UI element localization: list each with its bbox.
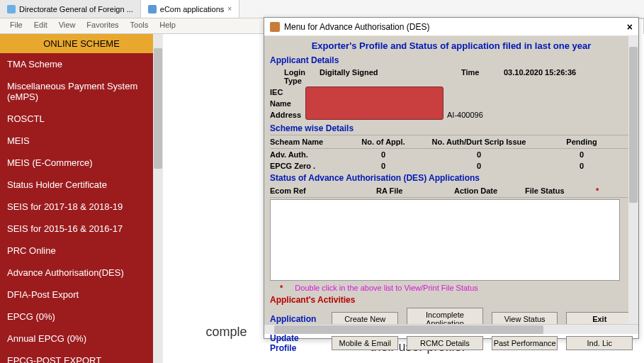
sidebar-item-rosctl[interactable]: ROSCTL	[0, 108, 163, 130]
ind-lic-button[interactable]: Ind. Lic	[566, 336, 633, 350]
past-performance-button[interactable]: Past Performance	[492, 336, 558, 350]
menu-help[interactable]: Help	[154, 18, 181, 33]
sidebar-item-seis-1718[interactable]: SEIS for 2017-18 & 2018-19	[0, 196, 163, 218]
time-value: 03.10.2020 15:26:36	[504, 68, 576, 85]
status-table-header: Ecom Ref RA File Action Date File Status…	[270, 184, 633, 198]
address-label: Address	[270, 111, 305, 119]
sidebar-item-status-holder[interactable]: Status Holder Certificate	[0, 174, 163, 196]
mobile-email-button[interactable]: Mobile & Email	[332, 336, 398, 350]
hint-row: * Double click in the above list to View…	[270, 282, 633, 294]
sidebar-item-emps[interactable]: Miscellaneous Payment System (eMPS)	[0, 75, 163, 108]
section-scheme-wise: Scheme wise Details	[270, 122, 633, 135]
close-icon[interactable]: ×	[227, 5, 232, 13]
redacted-block	[305, 86, 444, 120]
sidebar-item-advance-auth[interactable]: Advance Authorisation(DES)	[0, 262, 163, 284]
rcmc-button[interactable]: RCMC Details	[407, 336, 483, 350]
application-label: Application	[270, 314, 323, 324]
sidebar: ONLINE SCHEME TMA Scheme Miscellaneous P…	[0, 34, 163, 363]
menu-edit[interactable]: Edit	[28, 18, 53, 33]
dialog-scrollbar-v[interactable]	[628, 36, 638, 324]
scheme-row: Adv. Auth. 0 0 0	[270, 149, 633, 160]
sidebar-header: ONLINE SCHEME	[0, 34, 163, 53]
section-status: Status of Advance Authorisation (DES) Ap…	[270, 172, 633, 184]
browser-tab-1[interactable]: Directorate General of Foreign ...	[0, 0, 141, 18]
java-icon	[270, 22, 280, 32]
menu-view[interactable]: View	[53, 18, 81, 33]
dialog-advance-authorisation: Menu for Advance Authorisation (DES) × E…	[264, 17, 639, 339]
name-label: Name	[270, 99, 305, 108]
sidebar-item-prc[interactable]: PRC Online	[0, 240, 163, 262]
tab-label: eCom applications	[160, 5, 225, 13]
dialog-title: Menu for Advance Authorisation (DES)	[284, 22, 429, 32]
section-activities: Applicant's Activities	[270, 294, 633, 306]
sidebar-item-dfia[interactable]: DFIA-Post Export	[0, 284, 163, 306]
login-type-label: Login Type	[270, 68, 320, 85]
time-label: Time	[461, 68, 504, 85]
sidebar-item-epcg[interactable]: EPCG (0%)	[0, 306, 163, 328]
favicon	[7, 5, 16, 13]
scheme-table-header: Scheam Name No. of Appl. No. Auth/Durt S…	[270, 135, 633, 149]
scheme-row: EPCG Zero . 0 0 0	[270, 160, 633, 172]
menu-file[interactable]: File	[4, 18, 28, 33]
menu-tools[interactable]: Tools	[125, 18, 154, 33]
page-heading: Exporter's Profile and Status of applica…	[270, 39, 633, 54]
favicon	[148, 5, 157, 13]
sidebar-item-tma[interactable]: TMA Scheme	[0, 53, 163, 75]
menu-favorites[interactable]: Favorites	[81, 18, 124, 33]
sidebar-item-annual-epcg[interactable]: Annual EPCG (0%)	[0, 328, 163, 350]
dialog-titlebar: Menu for Advance Authorisation (DES) ×	[264, 18, 638, 36]
browser-tab-2[interactable]: eCom applications ×	[141, 0, 239, 18]
dialog-scrollbar-h[interactable]	[264, 324, 638, 334]
dialog-body: Exporter's Profile and Status of applica…	[264, 36, 638, 324]
sidebar-item-seis-1516[interactable]: SEIS for 2015-16 & 2016-17	[0, 218, 163, 240]
address-tail: AI-400096	[447, 111, 483, 119]
close-icon[interactable]: ×	[627, 21, 633, 33]
login-type-value: Digitally Signed	[320, 68, 461, 85]
sidebar-item-meis-ecom[interactable]: MEIS (E-Commerce)	[0, 152, 163, 174]
sidebar-scrollbar[interactable]	[153, 34, 163, 363]
iec-label: IEC	[270, 88, 305, 96]
update-profile-label: Update Profile	[270, 333, 323, 353]
status-listbox[interactable]	[270, 199, 620, 281]
browser-tab-bar: Directorate General of Foreign ... eCom …	[0, 0, 644, 18]
sidebar-item-meis[interactable]: MEIS	[0, 130, 163, 152]
section-applicant-details: Applicant Details	[270, 54, 633, 67]
tab-label: Directorate General of Foreign ...	[19, 5, 133, 13]
sidebar-item-epcg-post[interactable]: EPCG-POST EXPORT	[0, 350, 163, 363]
